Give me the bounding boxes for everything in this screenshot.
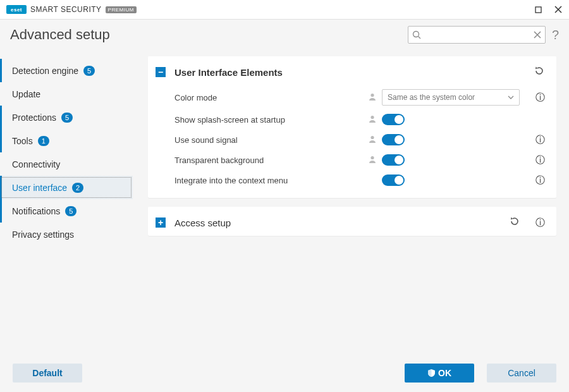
info-icon[interactable]: ⓘ <box>535 154 545 166</box>
sidebar: Detection engine 5 Update Protections 5 … <box>0 56 133 366</box>
user-scope-icon <box>368 155 377 166</box>
row-color-mode: Color mode Same as the system color ⓘ <box>148 85 556 109</box>
clear-search-icon[interactable] <box>534 31 541 39</box>
ok-button[interactable]: OK <box>405 364 474 383</box>
sidebar-badge: 5 <box>65 206 76 216</box>
sidebar-item-label: Detection engine <box>12 66 78 76</box>
main-content: − User Interface Elements Color mode Sam… <box>133 56 569 366</box>
row-label: Show splash-screen at startup <box>174 115 368 125</box>
brand: eset SMART SECURITY PREMIUM <box>6 5 137 14</box>
top-bar: Advanced setup ? <box>0 19 569 56</box>
sidebar-item-tools[interactable]: Tools 1 <box>0 129 133 152</box>
color-mode-select[interactable]: Same as the system color <box>382 89 520 106</box>
brand-name: SMART SECURITY <box>30 5 102 14</box>
body: Detection engine 5 Update Protections 5 … <box>0 56 569 366</box>
sidebar-item-protections[interactable]: Protections 5 <box>0 106 133 129</box>
info-icon[interactable]: ⓘ <box>535 134 545 146</box>
maximize-button[interactable] <box>534 5 542 14</box>
user-scope-icon <box>368 92 377 103</box>
info-icon[interactable]: ⓘ <box>535 92 545 104</box>
user-scope-icon <box>368 135 377 145</box>
panel-ui-elements: − User Interface Elements Color mode Sam… <box>148 56 556 198</box>
row-sound: Use sound signal ⓘ <box>148 130 556 150</box>
brand-logo: eset <box>6 5 27 14</box>
collapse-icon[interactable]: − <box>156 67 166 77</box>
svg-point-4 <box>370 135 374 138</box>
row-label: Color mode <box>174 93 368 102</box>
page-title: Advanced setup <box>10 27 110 43</box>
window-controls <box>534 5 563 14</box>
square-icon <box>535 6 542 13</box>
sidebar-item-label: Notifications <box>12 206 60 216</box>
row-transparent: Transparent background ⓘ <box>148 150 556 170</box>
info-icon[interactable]: ⓘ <box>535 217 545 229</box>
row-label: Use sound signal <box>174 135 368 145</box>
sidebar-item-label: Tools <box>12 136 33 146</box>
sidebar-item-label: Update <box>12 89 40 99</box>
ok-label: OK <box>438 368 451 378</box>
revert-icon[interactable] <box>509 216 520 230</box>
sidebar-item-label: Connectivity <box>12 159 60 169</box>
sidebar-item-notifications[interactable]: Notifications 5 <box>0 199 133 223</box>
brand-suffix: PREMIUM <box>106 6 137 13</box>
sidebar-item-user-interface[interactable]: User interface 2 <box>0 176 133 199</box>
revert-icon[interactable] <box>534 65 545 79</box>
sidebar-item-label: Protections <box>12 113 56 123</box>
search-input[interactable] <box>421 30 534 40</box>
sidebar-item-update[interactable]: Update <box>0 82 133 106</box>
panel-access-setup: + Access setup ⓘ <box>148 207 556 236</box>
info-icon[interactable]: ⓘ <box>535 175 545 187</box>
sound-toggle[interactable] <box>382 134 405 145</box>
splash-toggle[interactable] <box>382 114 405 125</box>
sidebar-badge: 5 <box>61 113 73 123</box>
panel-body: Color mode Same as the system color ⓘ Sh… <box>148 85 556 198</box>
row-label: Integrate into the context menu <box>174 176 368 185</box>
svg-point-1 <box>413 32 419 37</box>
row-label: Transparent background <box>174 156 368 165</box>
sidebar-item-privacy-settings[interactable]: Privacy settings <box>0 223 133 246</box>
svg-point-5 <box>370 156 374 159</box>
panel-title: Access setup <box>174 217 500 228</box>
svg-point-3 <box>370 115 374 118</box>
row-splash: Show splash-screen at startup <box>148 109 556 130</box>
chevron-down-icon <box>508 95 514 99</box>
context-menu-toggle[interactable] <box>382 175 405 186</box>
transparent-toggle[interactable] <box>382 154 405 166</box>
sidebar-item-connectivity[interactable]: Connectivity <box>0 152 133 176</box>
search-box[interactable] <box>408 26 546 44</box>
row-context-menu: Integrate into the context menu ⓘ <box>148 170 556 190</box>
sidebar-badge: 2 <box>72 183 83 193</box>
search-area: ? <box>408 26 559 44</box>
sidebar-item-label: User interface <box>12 183 67 193</box>
shield-icon <box>427 369 436 377</box>
panel-title: User Interface Elements <box>174 67 525 78</box>
sidebar-badge: 1 <box>38 136 49 146</box>
user-scope-icon <box>368 114 377 125</box>
footer: Default OK Cancel <box>0 354 569 392</box>
sidebar-item-label: Privacy settings <box>12 230 74 240</box>
svg-rect-0 <box>535 7 541 13</box>
svg-point-2 <box>370 93 374 96</box>
sidebar-badge: 5 <box>83 66 95 76</box>
close-icon <box>554 6 562 13</box>
cancel-button[interactable]: Cancel <box>487 364 556 383</box>
default-button[interactable]: Default <box>13 364 82 383</box>
select-value: Same as the system color <box>388 93 475 102</box>
panel-header: − User Interface Elements <box>148 56 556 85</box>
search-icon <box>412 30 421 39</box>
expand-icon[interactable]: + <box>156 217 166 228</box>
close-button[interactable] <box>554 5 563 14</box>
panel-header: + Access setup ⓘ <box>148 207 556 236</box>
sidebar-item-detection-engine[interactable]: Detection engine 5 <box>0 59 133 82</box>
help-icon[interactable]: ? <box>552 28 559 42</box>
title-bar: eset SMART SECURITY PREMIUM <box>0 0 569 19</box>
